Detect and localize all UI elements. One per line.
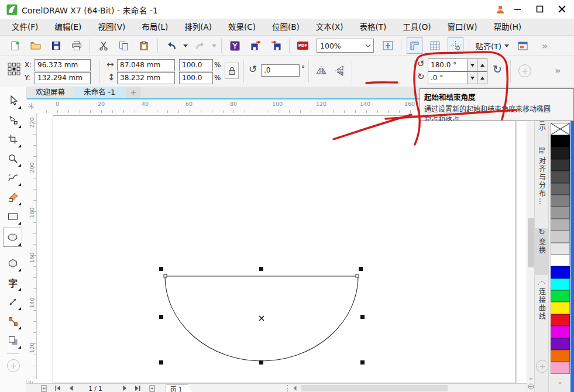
shape-tool[interactable] [4,111,22,129]
zoom-tool[interactable] [4,150,22,167]
color-swatch[interactable] [551,159,570,171]
end-angle-decrement-button[interactable] [467,72,477,84]
lock-ratio-button[interactable] [225,63,239,79]
color-swatch[interactable] [551,231,570,242]
text-tool[interactable]: 字 [4,274,22,291]
color-swatch[interactable] [551,290,570,302]
toolbar-overflow-button[interactable]: » [541,37,548,54]
object-width-input[interactable]: 87.048 mm [117,59,175,71]
paste-button[interactable] [136,37,152,54]
color-swatch[interactable] [551,135,570,147]
propbar-add-button[interactable]: + [518,64,531,77]
end-angle-value[interactable]: .0 ° [428,72,467,84]
x-position-input[interactable]: 96.373 mm [35,59,91,71]
color-swatch[interactable] [551,207,570,218]
scroll-left-button[interactable] [291,384,299,392]
horizontal-scrollbar-thumb[interactable] [301,385,448,391]
mirror-horizontal-button[interactable] [314,63,329,78]
color-swatch[interactable] [551,255,570,266]
copy-button[interactable] [116,37,132,54]
next-page-button[interactable] [120,384,129,392]
end-angle-increment-button[interactable] [477,72,487,84]
docker-add-button[interactable]: + [536,360,549,373]
color-swatch[interactable] [551,338,570,350]
redo-dropdown[interactable] [211,37,218,54]
snap-to-button[interactable]: 贴齐(T) [472,38,513,53]
object-height-input[interactable]: 38.232 mm [117,72,175,84]
show-grid-button[interactable] [427,37,443,54]
zoom-level-combobox[interactable]: 100% [317,39,374,53]
menu-help[interactable]: 帮助(H) [485,19,530,35]
new-document-tab-button[interactable]: + [126,87,141,98]
color-swatch[interactable] [551,219,570,231]
add-page-after-button[interactable] [147,384,156,392]
toolbox-customize-button[interactable]: + [7,359,20,372]
cut-button[interactable] [95,37,111,54]
last-page-button[interactable] [133,384,142,392]
full-screen-preview-button[interactable] [380,37,396,54]
scale-x-input[interactable]: 100.0 [179,59,213,71]
minimize-button[interactable] [507,0,528,18]
palette-scroll-down-button[interactable]: ⌄ [549,377,571,386]
scale-y-input[interactable]: 100.0 [179,72,213,84]
application-launcher-button[interactable] [515,37,531,54]
color-swatch[interactable] [551,326,570,338]
start-angle-decrement-button[interactable] [467,59,477,71]
menu-table[interactable]: 表格(T) [352,19,395,35]
menu-effects[interactable]: 效果(C) [220,19,264,35]
tab-untitled-1[interactable]: 未命名 -1 [74,87,125,98]
polygon-tool[interactable] [4,255,22,272]
tab-welcome-screen[interactable]: 欢迎屏幕 [26,87,74,98]
menu-window[interactable]: 窗口(W) [439,19,486,35]
save-button[interactable] [48,37,64,54]
redo-button[interactable] [192,37,208,54]
change-direction-button[interactable]: ↻ [493,64,502,75]
color-swatch[interactable] [551,171,570,183]
drawing-canvas[interactable] [37,113,527,383]
menu-arrange[interactable]: 排列(A) [176,19,220,35]
first-page-button[interactable] [53,384,63,392]
color-swatch[interactable] [551,302,570,314]
freehand-tool[interactable] [4,169,22,187]
show-guidelines-button[interactable] [448,37,463,54]
menu-file[interactable]: 文件(F) [4,19,46,35]
rectangle-tool[interactable] [4,208,22,225]
menu-tools[interactable]: 工具(O) [394,19,439,35]
rotation-angle-input[interactable]: .0 [261,64,300,77]
color-swatch[interactable] [551,183,570,195]
show-rulers-button[interactable] [407,37,422,54]
print-button[interactable] [68,37,84,54]
color-swatch[interactable] [551,350,570,362]
vertical-scrollbar[interactable]: ⌄ [527,113,535,392]
color-swatch[interactable] [551,243,570,255]
docker-tab-connect-curves[interactable]: 连接曲线 [535,280,549,356]
color-swatch[interactable] [551,278,570,290]
export-button[interactable] [268,37,284,54]
search-content-button[interactable] [227,37,243,54]
user-account-icon[interactable] [496,5,505,14]
ruler-origin-button[interactable] [26,99,37,114]
previous-page-button[interactable] [66,384,75,392]
parallel-dimension-tool[interactable] [4,293,22,311]
docker-tab-align-distribute[interactable]: 对齐与分布… [535,147,549,226]
crop-tool[interactable] [4,130,22,148]
new-document-button[interactable] [7,37,23,54]
start-angle-increment-button[interactable] [477,59,487,71]
document-navigator-icon[interactable] [528,383,534,390]
close-button[interactable] [551,0,573,18]
page-1-tab[interactable]: 页 1 [166,384,193,392]
drop-shadow-tool[interactable] [4,332,22,349]
color-swatch[interactable] [551,314,570,326]
no-color-swatch[interactable] [551,123,570,135]
menu-layout[interactable]: 布局(L) [133,19,176,35]
color-swatch[interactable] [551,362,570,373]
color-swatch[interactable] [551,195,570,207]
artistic-media-tool[interactable] [4,188,22,206]
color-swatch[interactable] [551,147,570,159]
undo-button[interactable] [163,37,179,54]
vertical-scrollbar-thumb[interactable] [528,218,534,267]
propbar-overflow-button[interactable]: » [555,65,561,76]
publish-pdf-button[interactable]: PDF [295,37,311,54]
menu-view[interactable]: 视图(V) [90,19,133,35]
color-swatch[interactable] [551,266,570,278]
